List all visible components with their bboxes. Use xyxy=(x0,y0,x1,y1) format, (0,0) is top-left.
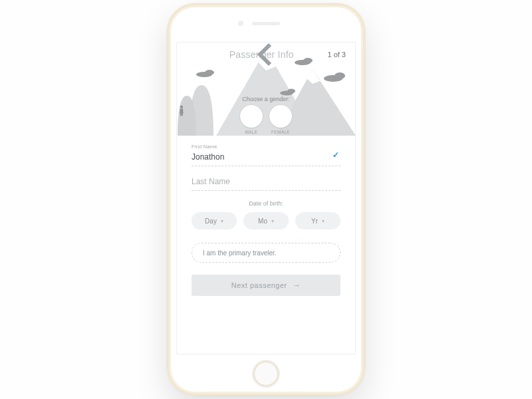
home-button[interactable] xyxy=(252,360,280,388)
svg-rect-19 xyxy=(180,114,181,116)
gender-prompt: Choose a gender: xyxy=(177,96,355,102)
gender-male-label: MALE xyxy=(245,130,258,134)
hero-illustration: Passenger Info 1 of 3 Choose a gender: M… xyxy=(177,43,355,136)
svg-marker-18 xyxy=(180,108,184,113)
svg-point-6 xyxy=(205,70,214,75)
svg-point-10 xyxy=(334,72,345,79)
next-button-label: Next passenger xyxy=(231,281,287,289)
arrow-right-icon: → xyxy=(293,281,301,290)
gender-option-male[interactable]: MALE xyxy=(240,105,263,134)
caret-down-icon: ▾ xyxy=(271,218,274,224)
phone-speaker xyxy=(252,22,280,25)
next-passenger-button[interactable]: Next passenger → xyxy=(192,275,340,296)
phone-camera xyxy=(238,21,243,26)
dob-year-value: Yr xyxy=(311,217,318,225)
primary-traveler-toggle[interactable]: I am the primary traveler. xyxy=(192,243,340,263)
caret-down-icon: ▾ xyxy=(322,218,325,224)
svg-point-12 xyxy=(287,89,295,94)
dob-month-select[interactable]: Mo ▾ xyxy=(243,212,289,229)
app-screen: Passenger Info 1 of 3 Choose a gender: M… xyxy=(176,42,356,354)
svg-rect-20 xyxy=(182,114,182,116)
last-name-field[interactable]: Last Name xyxy=(192,176,340,191)
check-icon: ✓ xyxy=(332,150,339,160)
first-name-label: First Name xyxy=(192,144,340,150)
female-icon xyxy=(177,105,186,117)
first-name-field[interactable]: First Name Jonathon ✓ xyxy=(192,144,340,166)
dob-day-select[interactable]: Day ▾ xyxy=(192,212,237,229)
dob-label: Date of birth: xyxy=(192,200,340,207)
dob-day-value: Day xyxy=(205,217,217,225)
first-name-value: Jonathon xyxy=(192,151,340,166)
caret-down-icon: ▾ xyxy=(221,218,223,224)
svg-point-17 xyxy=(180,106,183,108)
primary-traveler-label: I am the primary traveler. xyxy=(203,249,277,257)
phone-frame: Passenger Info 1 of 3 Choose a gender: M… xyxy=(167,3,365,396)
back-button[interactable] xyxy=(186,50,196,59)
chevron-left-icon xyxy=(177,43,355,66)
gender-option-female[interactable]: FEMALE xyxy=(269,105,292,134)
last-name-placeholder: Last Name xyxy=(192,176,340,190)
dob-year-select[interactable]: Yr ▾ xyxy=(295,212,340,229)
dob-month-value: Mo xyxy=(258,217,267,225)
gender-female-label: FEMALE xyxy=(271,130,290,134)
